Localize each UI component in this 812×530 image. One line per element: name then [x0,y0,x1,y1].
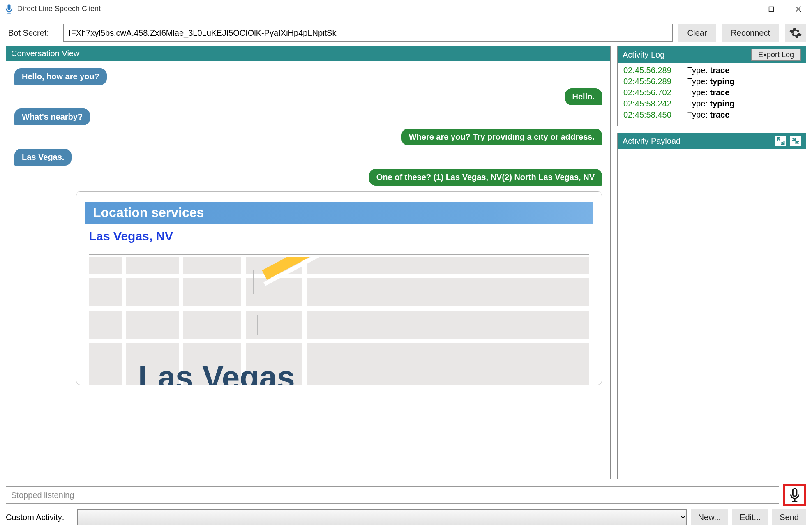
log-row[interactable]: 02:45:58.242Type: typing [618,98,806,109]
log-timestamp: 02:45:58.450 [623,110,681,120]
location-card[interactable]: Location servicesLas Vegas, NVLas Vegas [76,191,602,385]
message-bubble[interactable]: Where are you? Try providing a city or a… [401,129,602,145]
log-row[interactable]: 02:45:56.702Type: trace [618,87,806,98]
bot-secret-input[interactable] [63,24,673,42]
maximize-button[interactable] [758,0,785,18]
message-bubble[interactable]: One of these? (1) Las Vegas, NV(2) North… [369,169,602,186]
window-title: Direct Line Speech Client [17,5,731,13]
activity-log-header: Activity Log Export Log [618,46,806,63]
titlebar: Direct Line Speech Client [0,0,812,18]
window-controls [731,0,812,18]
card-heading: Location services [85,202,593,224]
message-bot: Hello. [14,88,602,105]
log-row[interactable]: 02:45:56.289Type: typing [618,76,806,87]
activity-payload-body[interactable] [618,149,806,479]
collapse-in-icon[interactable] [790,136,801,146]
edit-button[interactable]: Edit... [732,509,768,525]
custom-activity-label: Custom Activity: [6,513,73,522]
app-microphone-icon [3,3,15,15]
send-button[interactable]: Send [772,509,806,525]
map-city-label: Las Vegas [138,359,295,385]
status-text-label: Stopped listening [11,491,74,500]
map-image[interactable]: Las Vegas [89,257,589,385]
clear-button[interactable]: Clear [678,24,716,42]
message-bot: Where are you? Try providing a city or a… [14,129,602,145]
export-log-button[interactable]: Export Log [751,49,801,61]
custom-activity-row: Custom Activity: New... Edit... Send [0,509,812,530]
new-button[interactable]: New... [691,509,729,525]
log-type: Type: trace [687,110,729,120]
custom-activity-combo[interactable] [77,509,687,525]
card-location: Las Vegas, NV [76,229,602,254]
toolbar: Bot Secret: Clear Reconnect [0,18,812,46]
microphone-button[interactable] [783,484,806,506]
message-bubble[interactable]: Hello. [565,88,602,105]
conversation-body[interactable]: Hello, how are you?Hello.What's nearby?W… [6,61,610,479]
status-row: Stopped listening [6,484,806,506]
conversation-header-title: Conversation View [11,49,79,58]
log-row[interactable]: 02:45:56.289Type: trace [618,65,806,76]
activity-log-title: Activity Log [623,50,664,60]
close-button[interactable] [785,0,812,18]
settings-button[interactable] [785,24,806,42]
card-divider [89,254,589,255]
svg-rect-4 [769,7,774,11]
log-timestamp: 02:45:56.702 [623,88,681,97]
microphone-icon [787,487,803,503]
right-column: Activity Log Export Log 02:45:56.289Type… [617,46,806,479]
conversation-header: Conversation View [6,46,610,61]
gear-icon [789,26,802,39]
log-type: Type: typing [687,99,734,108]
message-bubble[interactable]: What's nearby? [14,108,90,125]
message-bubble[interactable]: Las Vegas. [14,149,72,166]
log-timestamp: 02:45:58.242 [623,99,681,108]
svg-rect-7 [793,489,797,496]
status-text: Stopped listening [6,486,779,504]
activity-log-panel: Activity Log Export Log 02:45:56.289Type… [617,46,806,126]
expand-out-icon[interactable] [775,136,786,146]
log-row[interactable]: 02:45:58.450Type: trace [618,109,806,120]
log-type: Type: typing [687,77,734,86]
bot-secret-label: Bot Secret: [8,28,58,38]
message-user: Hello, how are you? [14,68,602,85]
log-type: Type: trace [687,66,729,75]
main-grid: Conversation View Hello, how are you?Hel… [0,46,812,479]
activity-payload-header: Activity Payload [618,133,806,149]
conversation-panel: Conversation View Hello, how are you?Hel… [6,46,611,479]
activity-log-body[interactable]: 02:45:56.289Type: trace02:45:56.289Type:… [618,63,806,126]
log-timestamp: 02:45:56.289 [623,66,681,75]
activity-payload-title: Activity Payload [623,136,681,146]
message-user: What's nearby? [14,108,602,125]
message-bot: One of these? (1) Las Vegas, NV(2) North… [14,169,602,186]
log-timestamp: 02:45:56.289 [623,77,681,86]
reconnect-button[interactable]: Reconnect [722,24,779,42]
minimize-button[interactable] [731,0,758,18]
log-type: Type: trace [687,88,729,97]
svg-rect-0 [8,4,11,10]
payload-header-icons [775,136,801,146]
activity-payload-panel: Activity Payload [617,133,806,479]
message-user: Las Vegas. [14,149,602,166]
message-bubble[interactable]: Hello, how are you? [14,68,107,85]
